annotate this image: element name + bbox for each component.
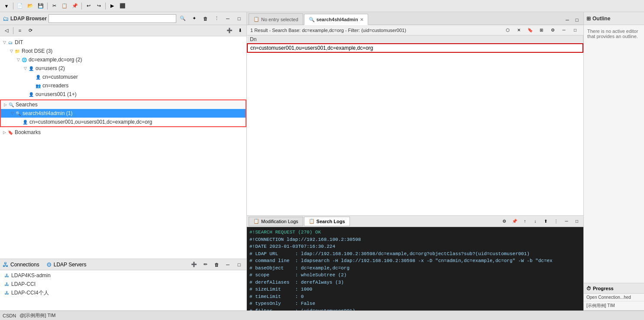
searches-expand: ▷ (3, 102, 8, 107)
connections-edit-btn[interactable]: ✏ (201, 260, 210, 269)
bookmarks-expand: ▷ (2, 130, 7, 135)
searches-header-row[interactable]: ▷ 🔍 Searches (1, 100, 246, 109)
tab-no-entry[interactable]: 📋 No entry selected (249, 13, 303, 25)
toolbar-open-btn[interactable]: 📂 (26, 1, 35, 11)
tree-item-cn-customuser[interactable]: 👤 cn=customuser (0, 73, 246, 81)
result-bookmark-btn[interactable]: 🔖 (525, 26, 535, 35)
tab-no-entry-label: No entry selected (261, 17, 298, 22)
progress-item-0-label: Open Connection...hed (586, 295, 631, 300)
log-tab-modification[interactable]: 📋 Modification Logs (249, 217, 303, 226)
tree-item-bookmarks[interactable]: ▷ 🔖 Bookmarks (0, 128, 246, 137)
connections-delete-btn[interactable]: 🗑 (212, 260, 221, 269)
result-settings-btn[interactable]: ⚙ (548, 26, 557, 35)
search-result-icon: 👤 (22, 118, 29, 125)
tab-bar-min-btn[interactable]: ─ (563, 15, 572, 25)
log-line-10: # typesOnly : False (249, 300, 581, 307)
result-min-btn[interactable]: ─ (559, 26, 569, 35)
toolbar-redo-btn[interactable]: ↪ (94, 1, 104, 11)
tree-item-dit[interactable]: ▽ 🗂 DIT (0, 38, 246, 47)
conn-ldap-cci4[interactable]: 🖧 LDAP-CCI4个人 (0, 288, 246, 297)
tree-item-search4shl4admin[interactable]: ▽ 🔍 search4shl4admin (1) (1, 109, 246, 118)
col-dn: Dn (247, 35, 583, 44)
conn-ldap-cci[interactable]: 🖧 LDAP-CCI (0, 280, 246, 288)
result-max-btn[interactable]: □ (570, 26, 580, 35)
toolbar-run-btn[interactable]: ▶ (107, 1, 117, 11)
left-panel: 🗂 LDAP Browser 🔍 ✦ 🗑 ⋮ ─ □ ◁ = ⟳ ➕ ⬇ ▽ 🗂 (0, 12, 247, 310)
log-more-btn[interactable]: ⋮ (551, 217, 561, 226)
tree-item-ou-users001[interactable]: 👤 ou=users001 (1+) (0, 90, 246, 99)
log-max-btn[interactable]: □ (572, 217, 582, 226)
progress-item-0: Open Connection...hed (584, 294, 644, 301)
conn-ldap-cci4-label: LDAP-CCI4个人 (11, 289, 49, 297)
lt2-eq-btn[interactable]: = (15, 26, 25, 35)
toolbar-save-btn[interactable]: 💾 (36, 1, 45, 11)
root-dse-icon: 📁 (14, 48, 21, 54)
log-up-btn[interactable]: ↑ (520, 217, 530, 226)
ou-users-icon: 👤 (28, 65, 35, 72)
progress-section: ⏱ Progress Open Connection...hed [示例用例] … (584, 283, 644, 310)
log-min-btn[interactable]: ─ (562, 217, 571, 226)
ldap-servers-label: LDAP Servers (54, 262, 87, 268)
tree-item-dc-example[interactable]: ▽ 🌐 dc=example,dc=org (2) (0, 55, 246, 64)
tab-no-entry-icon: 📋 (253, 16, 259, 22)
tab-bar-max-btn[interactable]: □ (572, 15, 582, 25)
toolbar-copy-btn[interactable]: 📋 (60, 1, 69, 11)
connections-min-btn[interactable]: ─ (223, 260, 233, 269)
tab-close-btn[interactable]: ✕ (360, 17, 363, 22)
log-tab-search[interactable]: 📋 Search Logs (304, 217, 350, 226)
log-line-9: # timeLimit : 0 (249, 293, 581, 301)
conn-ldap4ks[interactable]: 🖧 LDAP4KS-admin (0, 271, 246, 280)
search-log-icon: 📋 (309, 218, 315, 224)
lt2-refresh-btn[interactable]: ⟳ (26, 26, 35, 35)
table-row[interactable]: cn=customuser001,ou=users001,dc=example,… (247, 44, 583, 52)
ldap-min-btn[interactable]: ─ (223, 14, 233, 23)
tab-search-label: search4shl4admin (317, 17, 358, 22)
tree-item-cn-readers[interactable]: 👥 cn=readers (0, 81, 246, 90)
search4shl4admin-expand: ▽ (10, 111, 15, 116)
tab-search4shl4admin[interactable]: 🔍 search4shl4admin ✕ (304, 14, 368, 25)
toolbar-paste-btn[interactable]: 📌 (70, 1, 80, 11)
toolbar-menu-btn[interactable]: ▼ (2, 1, 11, 11)
connections-max-btn[interactable]: □ (234, 260, 244, 269)
result-grid-btn[interactable]: ⊞ (537, 26, 546, 35)
log-line-1: #!CONNECTION ldap://192.168.100.2:30598 (249, 236, 581, 243)
toolbar-stop-btn[interactable]: ⬛ (118, 1, 127, 11)
lt2-add-btn[interactable]: ➕ (225, 26, 234, 35)
right-panel: 📋 No entry selected 🔍 search4shl4admin ✕… (247, 12, 583, 310)
log-settings-btn[interactable]: ⚙ (499, 217, 509, 226)
tree-item-root-dse[interactable]: ▽ 📁 Root DSE (3) (0, 47, 246, 55)
mod-log-icon: 📋 (253, 218, 259, 224)
lt2-prev-btn[interactable]: ◁ (2, 26, 11, 35)
dc-example-expand: ▽ (16, 57, 21, 62)
ldap-more-btn[interactable]: ⋮ (212, 14, 221, 23)
log-down-btn[interactable]: ↓ (531, 217, 540, 226)
ldap-delete-btn[interactable]: 🗑 (201, 14, 210, 23)
toolbar-new-btn[interactable]: 📄 (15, 1, 25, 11)
ldap-new-entry-btn[interactable]: ✦ (189, 14, 199, 23)
ldap-browser-title: LDAP Browser (10, 16, 47, 22)
search4shl4admin-label: search4shl4admin (1) (23, 110, 72, 116)
ldap-max-btn[interactable]: □ (234, 14, 244, 23)
lt2-import-btn[interactable]: ⬇ (235, 26, 245, 35)
log-pin-btn[interactable]: 📌 (510, 217, 519, 226)
tree-item-ou-users[interactable]: ▽ 👤 ou=users (2) (0, 64, 246, 73)
tree-area: ▽ 🗂 DIT ▽ 📁 Root DSE (3) ▽ 🌐 dc=example,… (0, 36, 246, 259)
connections-new-btn[interactable]: ➕ (189, 260, 199, 269)
sep5 (13, 27, 13, 34)
ldap-search-btn[interactable]: 🔍 (178, 14, 188, 23)
status-csdn: CSDN (3, 313, 16, 318)
result-info-text: 1 Result - Search Base: dc=example,dc=or… (250, 28, 406, 33)
sep3 (81, 3, 82, 10)
tree-item-search-result[interactable]: 👤 cn=customuser001,ou=users001,dc=exampl… (1, 118, 246, 126)
log-export-btn[interactable]: ⬆ (541, 217, 550, 226)
log-line-7: # derefAliases : derefAlways (3) (249, 279, 581, 286)
result-cols-btn[interactable]: ⬡ (503, 26, 512, 35)
result-close-btn[interactable]: ✕ (514, 26, 524, 35)
cn-readers-expand (29, 83, 35, 88)
root-dse-label: Root DSE (3) (22, 48, 52, 54)
toolbar-cut-btn[interactable]: ✂ (49, 1, 59, 11)
search4shl4admin-icon: 🔍 (15, 110, 22, 117)
log-line-2: #!DATE 2023-01-03T07:16:30.224 (249, 243, 581, 250)
ldap-search-input[interactable] (49, 14, 176, 23)
toolbar-undo-btn[interactable]: ↩ (84, 1, 93, 11)
